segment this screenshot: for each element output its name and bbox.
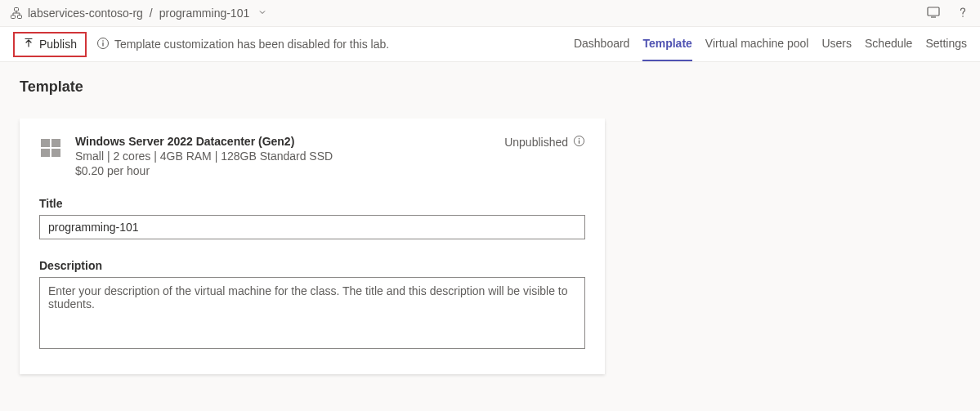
- windows-icon: [39, 135, 62, 162]
- upload-icon: [23, 38, 34, 51]
- vm-status-label: Unpublished: [504, 136, 568, 149]
- tab-virtual-machine-pool[interactable]: Virtual machine pool: [705, 27, 809, 61]
- description-label: Description: [39, 259, 585, 272]
- hierarchy-icon: [10, 7, 23, 20]
- tab-settings[interactable]: Settings: [925, 27, 967, 61]
- svg-rect-0: [15, 8, 19, 11]
- breadcrumb: labservices-contoso-rg / programming-101: [10, 7, 267, 20]
- nav-tabs: Dashboard Template Virtual machine pool …: [574, 27, 967, 61]
- svg-rect-3: [928, 7, 939, 16]
- svg-point-4: [962, 16, 964, 17]
- description-input[interactable]: [39, 277, 585, 349]
- svg-rect-7: [41, 139, 50, 147]
- vm-status: Unpublished: [504, 135, 585, 150]
- info-message: Template customization has been disabled…: [96, 37, 389, 52]
- vm-name: Windows Server 2022 Datacenter (Gen2): [75, 135, 491, 148]
- help-icon[interactable]: [955, 5, 970, 22]
- breadcrumb-current[interactable]: programming-101: [159, 7, 250, 20]
- info-icon: [96, 37, 110, 52]
- svg-point-6: [102, 40, 104, 42]
- chevron-down-icon[interactable]: [257, 7, 267, 20]
- breadcrumb-parent[interactable]: labservices-contoso-rg: [28, 7, 143, 20]
- tab-users[interactable]: Users: [821, 27, 852, 61]
- svg-rect-1: [11, 16, 16, 19]
- svg-point-12: [579, 138, 580, 140]
- vm-spec: Small | 2 cores | 4GB RAM | 128GB Standa…: [75, 150, 491, 163]
- svg-rect-2: [18, 16, 22, 19]
- info-icon[interactable]: [573, 135, 585, 150]
- publish-button[interactable]: Publish: [13, 32, 87, 57]
- tab-template[interactable]: Template: [642, 27, 691, 61]
- svg-rect-9: [41, 149, 50, 157]
- breadcrumb-separator: /: [148, 7, 154, 20]
- tab-dashboard[interactable]: Dashboard: [574, 27, 630, 61]
- title-label: Title: [39, 197, 585, 210]
- svg-rect-8: [51, 139, 60, 147]
- info-message-text: Template customization has been disabled…: [114, 38, 389, 51]
- title-input[interactable]: [39, 215, 585, 239]
- tab-schedule[interactable]: Schedule: [865, 27, 912, 61]
- svg-rect-10: [51, 149, 60, 157]
- vm-price: $0.20 per hour: [75, 164, 491, 177]
- page-title: Template: [20, 78, 960, 96]
- publish-button-label: Publish: [39, 38, 77, 51]
- template-card: Windows Server 2022 Datacenter (Gen2) Sm…: [20, 118, 605, 374]
- monitor-icon[interactable]: [926, 5, 941, 22]
